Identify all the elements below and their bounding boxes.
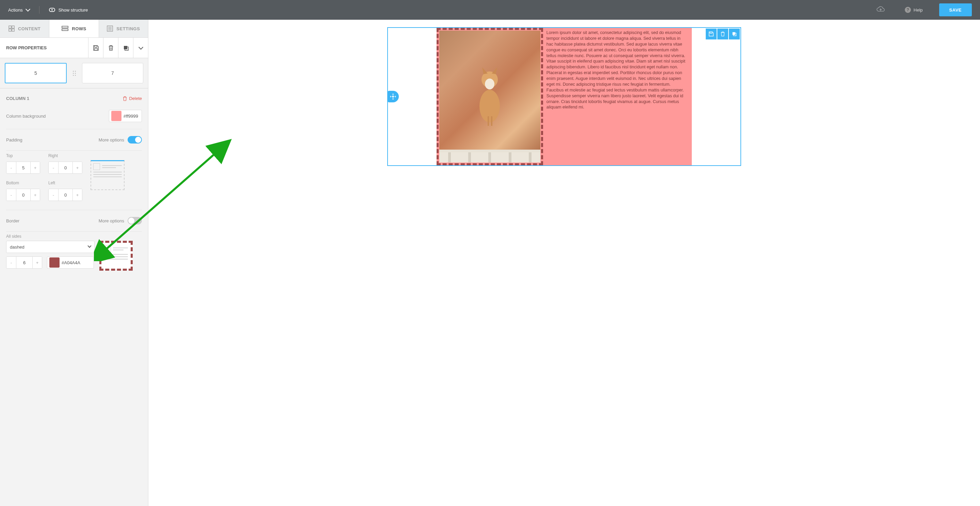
color-swatch-icon: [111, 111, 121, 121]
decrement-button[interactable]: -: [49, 189, 58, 201]
help-label: Help: [914, 8, 923, 13]
left-sidebar: CONTENT ROWS SETTINGS ROW PROPERTIES: [0, 20, 148, 506]
tab-content-label: CONTENT: [18, 26, 40, 31]
row-properties-title: ROW PROPERTIES: [6, 45, 47, 50]
eye-icon: [49, 8, 55, 12]
padding-top-stepper[interactable]: - 5 +: [6, 162, 40, 174]
column-2-content[interactable]: Lorem ipsum dolor sit amet, consectetur …: [543, 28, 692, 165]
padding-bottom-label: Bottom: [6, 181, 40, 185]
border-more-options-toggle[interactable]: [127, 217, 142, 224]
delete-row-icon[interactable]: [103, 38, 118, 58]
svg-rect-20: [733, 32, 735, 35]
decrement-button[interactable]: -: [6, 257, 16, 268]
duplicate-row-icon[interactable]: [118, 38, 133, 58]
tab-rows[interactable]: ROWS: [49, 20, 99, 37]
duplicate-row-button[interactable]: [729, 29, 740, 40]
save-button[interactable]: SAVE: [939, 3, 972, 16]
delete-row-button[interactable]: [717, 29, 728, 40]
more-options-label-2: More options: [99, 218, 124, 224]
cat-illustration-icon: [469, 59, 510, 127]
padding-label: Padding: [6, 137, 22, 143]
chevron-down-icon: [88, 244, 91, 247]
svg-rect-3: [12, 29, 14, 31]
decrement-button[interactable]: -: [49, 162, 58, 173]
selected-row[interactable]: Lorem ipsum dolor sit amet, consectetur …: [387, 27, 741, 166]
trash-icon: [123, 96, 127, 101]
editor-canvas[interactable]: Lorem ipsum dolor sit amet, consectetur …: [148, 20, 980, 506]
collapse-icon[interactable]: [133, 38, 148, 58]
padding-right-label: Right: [48, 153, 82, 158]
help-link[interactable]: ? Help: [905, 7, 923, 13]
show-structure-label: Show structure: [59, 8, 88, 13]
save-row-icon[interactable]: [88, 38, 103, 58]
show-structure-toggle[interactable]: Show structure: [49, 8, 88, 13]
column-2-box[interactable]: 7: [82, 63, 143, 83]
increment-button[interactable]: +: [73, 162, 82, 173]
padding-bottom-value: 0: [16, 189, 30, 201]
vertical-divider: [39, 6, 40, 14]
question-icon: ?: [905, 7, 911, 13]
increment-button[interactable]: +: [30, 162, 40, 173]
svg-rect-18: [491, 116, 492, 126]
save-row-button[interactable]: [706, 29, 717, 40]
svg-rect-11: [95, 48, 97, 50]
row-action-toolbar: [706, 29, 740, 40]
chevron-down-icon: [138, 44, 143, 49]
drag-handle-icon[interactable]: [72, 71, 76, 76]
column-2-value: 7: [111, 70, 114, 76]
border-style-select[interactable]: dashed: [6, 241, 95, 253]
border-label: Border: [6, 218, 19, 224]
border-color-value: #A04A4A: [62, 260, 84, 265]
tab-settings-label: SETTINGS: [116, 26, 140, 31]
all-sides-label: All sides: [6, 234, 21, 239]
border-preview-icon: [99, 241, 133, 271]
chevron-down-icon: [25, 7, 30, 11]
tab-content[interactable]: CONTENT: [0, 20, 49, 37]
actions-menu[interactable]: Actions: [8, 8, 30, 13]
save-label: SAVE: [950, 8, 962, 13]
padding-right-value: 0: [58, 162, 73, 173]
cat-image[interactable]: [439, 31, 540, 163]
column-1-content[interactable]: [437, 28, 543, 165]
column-1-box[interactable]: 5: [5, 63, 67, 83]
svg-rect-17: [488, 116, 489, 126]
border-style-value: dashed: [10, 244, 24, 250]
row-properties-header: ROW PROPERTIES: [0, 38, 148, 58]
increment-button[interactable]: +: [32, 257, 42, 268]
move-icon: [390, 94, 396, 100]
top-bar: Actions Show structure ? Help SAVE: [0, 0, 980, 20]
increment-button[interactable]: +: [30, 189, 40, 201]
row-trailing-space: [692, 28, 740, 165]
svg-rect-4: [62, 26, 68, 28]
padding-left-label: Left: [48, 181, 82, 185]
column-bg-color-input[interactable]: #ff9999: [109, 110, 142, 122]
increment-button[interactable]: +: [73, 189, 82, 201]
padding-top-label: Top: [6, 153, 40, 158]
border-width-value: 6: [16, 257, 32, 268]
more-options-label: More options: [99, 137, 124, 143]
svg-rect-0: [9, 26, 11, 28]
cloud-upload-icon[interactable]: [876, 6, 885, 14]
padding-left-stepper[interactable]: - 0 +: [48, 189, 82, 201]
border-width-stepper[interactable]: - 6 +: [6, 256, 42, 269]
padding-right-stepper[interactable]: - 0 +: [48, 162, 82, 174]
tab-settings[interactable]: SETTINGS: [99, 20, 148, 37]
svg-rect-5: [62, 29, 68, 31]
tab-rows-label: ROWS: [72, 26, 86, 31]
delete-label: Delete: [129, 96, 142, 101]
padding-bottom-stepper[interactable]: - 0 +: [6, 189, 40, 201]
delete-column-button[interactable]: Delete: [123, 96, 142, 101]
bg-color-value: #ff9999: [124, 114, 142, 119]
border-color-input[interactable]: #A04A4A: [47, 256, 94, 269]
svg-point-16: [485, 79, 495, 89]
bg-label: Column background: [6, 114, 46, 119]
decrement-button[interactable]: -: [6, 189, 16, 201]
column-ratio-row: 5 7: [0, 58, 148, 89]
padding-more-options-toggle[interactable]: [127, 136, 142, 143]
lorem-text: Lorem ipsum dolor sit amet, consectetur …: [546, 30, 685, 109]
svg-rect-2: [9, 29, 11, 31]
decrement-button[interactable]: -: [6, 162, 16, 173]
move-row-handle[interactable]: [387, 91, 399, 102]
svg-rect-12: [124, 46, 127, 49]
svg-point-14: [479, 90, 500, 122]
